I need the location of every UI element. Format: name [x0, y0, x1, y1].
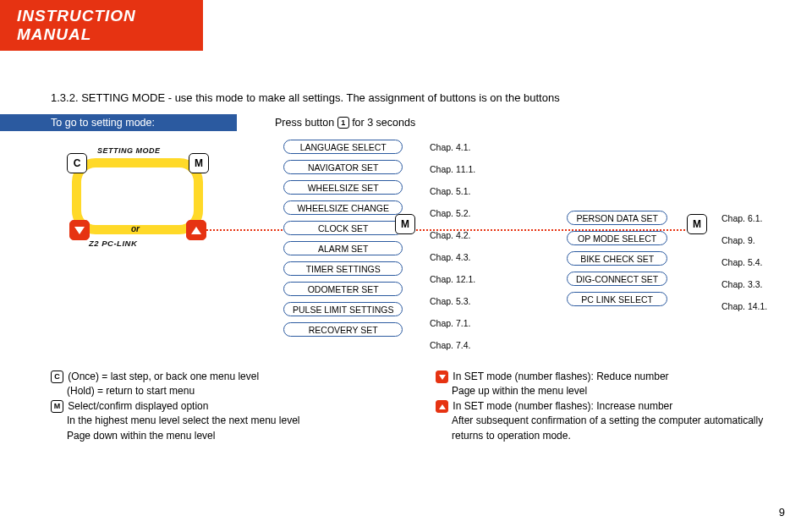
- chapter-ref: Chap. 4.2.: [423, 228, 475, 244]
- press-prefix: Press button: [275, 117, 337, 129]
- notes-section: C (Once) = last step, or back one menu l…: [51, 370, 770, 443]
- chapter-ref: Chap. 3.3.: [715, 277, 767, 293]
- chapter-ref: Chap. 9.: [715, 233, 767, 249]
- menu-language-select: LANGUAGE SELECT: [283, 140, 403, 154]
- menu-odometer-set: ODOMETER SET: [283, 282, 403, 296]
- m-badge-icon: M: [395, 214, 415, 234]
- chapter-ref: Chap. 5.1.: [423, 184, 475, 200]
- chapter-ref: Chap. 11.1.: [423, 162, 475, 178]
- menu-alarm-set: ALARM SET: [283, 241, 403, 255]
- press-instruction: Press button 1 for 3 seconds: [275, 117, 415, 129]
- up-button-icon: [186, 220, 206, 240]
- content-area: 1.3.2. SETTING MODE - use this mode to m…: [0, 51, 812, 443]
- menu-navigator-set: NAVIGATOR SET: [283, 160, 403, 174]
- menu-timer-settings: TIMER SETTINGS: [283, 261, 403, 276]
- m-icon: M: [51, 400, 63, 413]
- down-icon: [436, 371, 448, 383]
- c-button-icon: C: [67, 153, 87, 173]
- intro-text: 1.3.2. SETTING MODE - use this mode to m…: [51, 91, 770, 104]
- m-badge-icon: M: [687, 214, 707, 234]
- device-body: [72, 158, 203, 234]
- note-hold: (Hold) = return to start menu: [67, 384, 385, 398]
- menu-clock-set: CLOCK SET: [283, 221, 403, 235]
- menu-pulse-limit: PULSE LIMIT SETTINGS: [283, 302, 403, 316]
- menu-person-data: PERSON DATA SET: [567, 211, 667, 225]
- chapter-ref: Chap. 4.1.: [423, 140, 475, 156]
- menu-wheelsize-set: WHEELSIZE SET: [283, 180, 403, 195]
- up-icon: [436, 400, 448, 413]
- notes-left: C (Once) = last step, or back one menu l…: [51, 370, 385, 443]
- note-text: (Once) = last step, or back one menu lev…: [68, 371, 259, 382]
- page-header: INSTRUCTION MANUAL: [0, 0, 203, 51]
- note-m: M Select/confirm displayed option: [51, 399, 385, 414]
- device-top-label: SETTING MODE: [97, 146, 161, 155]
- press-suffix: for 3 seconds: [349, 117, 416, 129]
- chapter-ref: Chap. 12.1.: [423, 272, 475, 288]
- menu-column-2: PERSON DATA SET OP MODE SELECT BIKE CHEC…: [567, 211, 667, 312]
- chapter-ref: Chap. 6.1.: [715, 211, 767, 227]
- note-c: C (Once) = last step, or back one menu l…: [51, 370, 385, 384]
- menu-column-1: LANGUAGE SELECT NAVIGATOR SET WHEELSIZE …: [283, 140, 403, 343]
- note-down: In SET mode (number flashes): Reduce num…: [436, 370, 770, 384]
- diagram: SETTING MODE C M or Z2 PC-LINK LANGUAGE …: [51, 140, 770, 360]
- chapter-ref: Chap. 5.2.: [423, 206, 475, 222]
- menu-pc-link: PC LINK SELECT: [567, 292, 667, 306]
- chapter-column-1: Chap. 4.1. Chap. 11.1. Chap. 5.1. Chap. …: [423, 140, 475, 360]
- chapter-ref: Chap. 7.4.: [423, 338, 475, 354]
- note-text: In SET mode (number flashes): Reduce num…: [453, 371, 668, 382]
- down-button-icon: [69, 220, 90, 240]
- setting-mode-bar: To go to setting mode:: [0, 114, 237, 131]
- button-1-icon: 1: [337, 117, 349, 129]
- m-button-icon: M: [189, 153, 209, 173]
- or-label: or: [131, 224, 140, 233]
- note-sub: Page up within the menu level: [452, 384, 770, 398]
- note-text: Select/confirm displayed option: [68, 400, 208, 412]
- chapter-ref: Chap. 5.4.: [715, 255, 767, 271]
- chapter-ref: Chap. 4.3.: [423, 250, 475, 266]
- chapter-ref: Chap. 5.3.: [423, 294, 475, 310]
- c-icon: C: [51, 371, 63, 383]
- chapter-ref: Chap. 7.1.: [423, 316, 475, 332]
- menu-bike-check: BIKE CHECK SET: [567, 251, 667, 266]
- menu-recovery-set: RECOVERY SET: [283, 322, 403, 337]
- note-sub: Page down within the menu level: [67, 429, 385, 443]
- note-up: In SET mode (number flashes): Increase n…: [436, 399, 770, 414]
- menu-wheelsize-change: WHEELSIZE CHANGE: [283, 200, 403, 215]
- note-sub: In the highest menu level select the nex…: [67, 414, 385, 428]
- notes-right: In SET mode (number flashes): Reduce num…: [436, 370, 770, 443]
- page-number: 9: [779, 506, 785, 519]
- device-bottom-label: Z2 PC-LINK: [89, 239, 137, 248]
- note-text: In SET mode (number flashes): Increase n…: [453, 400, 672, 412]
- chapter-column-2: Chap. 6.1. Chap. 9. Chap. 5.4. Chap. 3.3…: [715, 211, 767, 321]
- header-title: INSTRUCTION MANUAL: [17, 7, 136, 43]
- menu-dig-connect: DIG-CONNECT SET: [567, 272, 667, 286]
- device-illustration: SETTING MODE C M or Z2 PC-LINK: [51, 140, 228, 266]
- note-sub: After subsequent confirmation of a setti…: [452, 414, 770, 443]
- menu-op-mode: OP MODE SELECT: [567, 231, 667, 245]
- chapter-ref: Chap. 14.1.: [715, 299, 767, 315]
